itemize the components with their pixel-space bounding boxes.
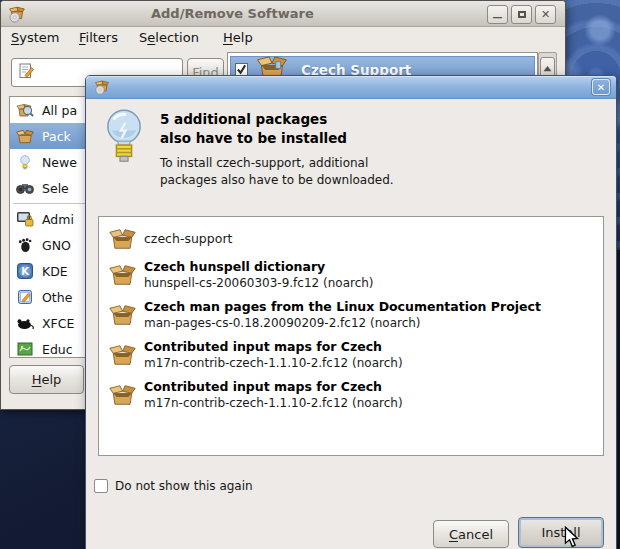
app-icon bbox=[8, 5, 26, 27]
package-box-icon bbox=[107, 344, 137, 366]
main-window-titlebar[interactable]: Add/Remove Software — ✕ bbox=[1, 1, 565, 27]
list-item[interactable]: Contributed input maps for Czech m17n-co… bbox=[107, 377, 595, 412]
additional-packages-dialog: ✕ 5 additional packages also have to be … bbox=[85, 75, 617, 549]
cancel-button[interactable]: Cancel bbox=[433, 520, 509, 548]
xfce-mouse-icon bbox=[15, 315, 34, 332]
menu-help[interactable]: Help bbox=[223, 27, 253, 48]
menubar: System Filters Selection Help bbox=[1, 27, 565, 48]
kde-icon: K bbox=[15, 263, 34, 280]
dialog-app-icon bbox=[94, 79, 110, 99]
minimize-button[interactable]: — bbox=[487, 5, 508, 24]
install-button[interactable]: Install bbox=[518, 517, 604, 548]
additional-packages-list[interactable]: czech-support Czech hunspell dictionary … bbox=[98, 216, 604, 456]
checkmark-icon bbox=[236, 64, 247, 75]
list-item[interactable]: Czech hunspell dictionary hunspell-cs-20… bbox=[107, 257, 595, 292]
binoculars-icon bbox=[15, 180, 34, 197]
dialog-message: To install czech-support, additional pac… bbox=[160, 155, 394, 189]
package-box-icon bbox=[107, 304, 137, 326]
dont-show-again-row: Do not show this again bbox=[94, 479, 253, 493]
help-button[interactable]: Help bbox=[9, 365, 84, 394]
svg-text:K: K bbox=[21, 266, 30, 277]
list-item[interactable]: Czech man pages from the Linux Documenta… bbox=[107, 297, 595, 332]
package-box-icon bbox=[107, 264, 137, 286]
close-button[interactable]: ✕ bbox=[535, 5, 556, 24]
package-box-icon bbox=[107, 228, 137, 250]
box-magnifier-icon bbox=[15, 102, 34, 119]
package-icon bbox=[15, 128, 34, 145]
lightbulb-icon bbox=[103, 107, 145, 171]
list-item[interactable]: Contributed input maps for Czech m17n-co… bbox=[107, 337, 595, 372]
desktop: Add/Remove Software — ✕ System Filters S… bbox=[0, 0, 620, 549]
bulb-icon bbox=[15, 154, 34, 171]
package-box-icon bbox=[107, 384, 137, 406]
mouse-cursor bbox=[563, 526, 580, 549]
dont-show-again-checkbox[interactable] bbox=[94, 479, 108, 493]
gnome-foot-icon bbox=[15, 237, 34, 254]
note-pencil-icon bbox=[15, 289, 34, 306]
menu-selection[interactable]: Selection bbox=[139, 27, 199, 48]
dont-show-again-label: Do not show this again bbox=[115, 479, 253, 493]
list-item[interactable]: czech-support bbox=[107, 226, 595, 252]
dialog-heading: 5 additional packages also have to be in… bbox=[160, 110, 347, 148]
search-edit-icon bbox=[17, 62, 35, 84]
maximize-button[interactable] bbox=[511, 5, 532, 24]
window-title: Add/Remove Software bbox=[151, 1, 314, 26]
menu-system[interactable]: System bbox=[11, 27, 60, 48]
education-icon bbox=[15, 341, 34, 358]
dialog-close-button[interactable]: ✕ bbox=[592, 79, 610, 95]
menu-filters[interactable]: Filters bbox=[79, 27, 118, 48]
dialog-titlebar[interactable]: ✕ bbox=[86, 76, 616, 99]
monitor-lock-icon bbox=[15, 211, 34, 228]
arrow-up-icon bbox=[543, 65, 552, 72]
